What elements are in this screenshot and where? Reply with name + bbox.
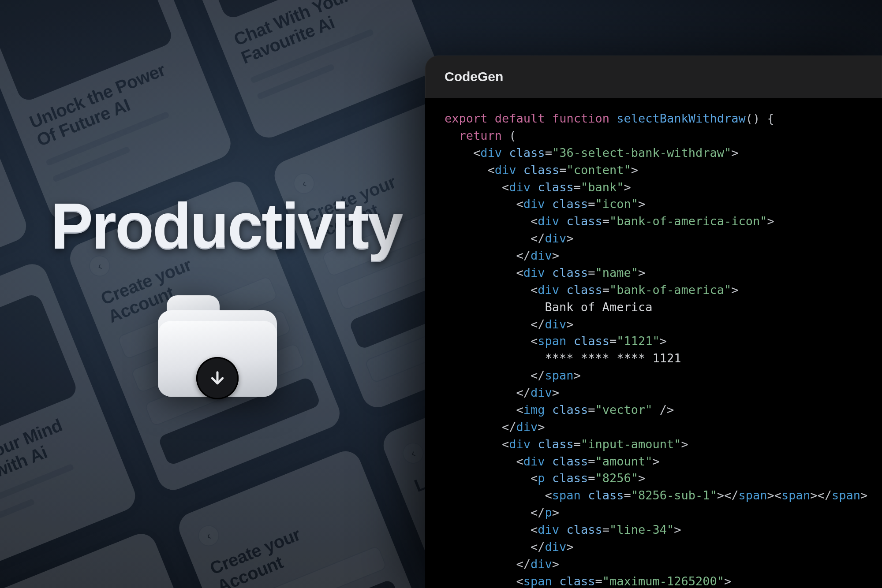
- fn-name: selectBankWithdraw: [617, 112, 746, 125]
- kw-function: function: [552, 112, 609, 125]
- kw-default: default: [495, 112, 545, 125]
- code-editor[interactable]: export default function selectBankWithdr…: [425, 98, 882, 588]
- kw-return: return: [459, 129, 502, 142]
- code-window: CodeGen export default function selectBa…: [425, 56, 882, 588]
- background-mock-grid: BrainBox Unlock the Power Of Future AI C…: [0, 0, 441, 588]
- code-window-title: CodeGen: [425, 56, 882, 98]
- hero-title: Productivity: [51, 190, 402, 263]
- mock-headline: BrainBox: [0, 551, 150, 588]
- kw-export: export: [445, 112, 488, 125]
- code-text-boa: Bank of America: [545, 300, 653, 314]
- download-arrow-icon: [196, 357, 239, 399]
- code-text-1121: **** **** **** 1121: [545, 351, 681, 365]
- download-folder-icon: [158, 295, 277, 397]
- hero-panel: BrainBox Unlock the Power Of Future AI C…: [0, 0, 441, 588]
